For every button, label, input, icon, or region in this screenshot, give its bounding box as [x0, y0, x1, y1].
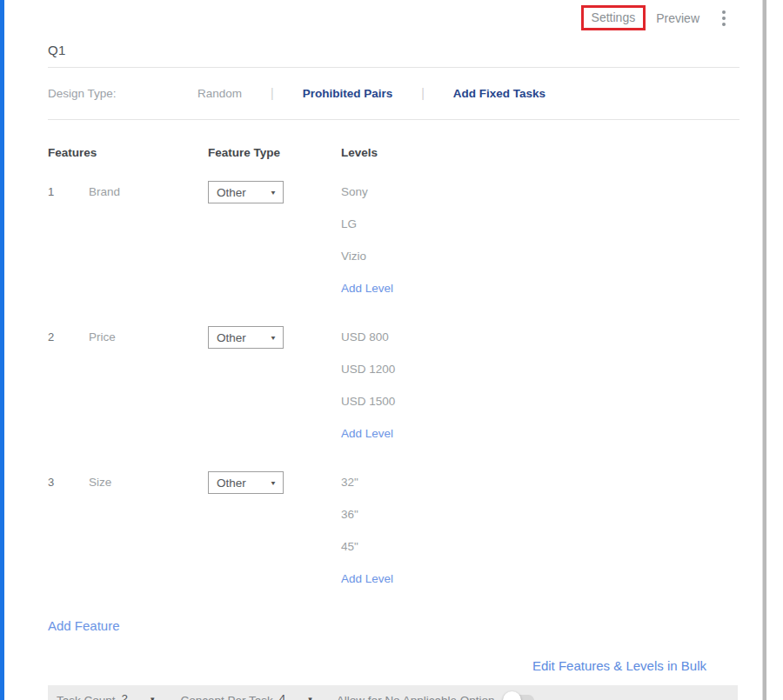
- concept-per-task-select[interactable]: 4 ▾: [279, 692, 312, 700]
- level-item[interactable]: USD 1500: [341, 395, 740, 410]
- level-item[interactable]: LG: [341, 217, 740, 232]
- dropdown-arrow-icon: ▼: [270, 479, 277, 486]
- feature-name[interactable]: Price: [89, 326, 208, 442]
- no-applicable-toggle[interactable]: [505, 695, 534, 700]
- feature-type-value: Other: [217, 331, 246, 344]
- feature-name[interactable]: Size: [89, 471, 208, 587]
- feature-type-value: Other: [217, 477, 246, 490]
- separator: |: [271, 86, 274, 100]
- more-options-icon[interactable]: [719, 7, 729, 30]
- feature-row-brand: 1 Brand Other ▼ Sony LG Vizio Add Level: [48, 181, 740, 297]
- main-content: Settings Preview Q1 Design Type: Random …: [48, 0, 740, 700]
- feature-number: 2: [48, 326, 89, 442]
- caret-down-icon: ▾: [308, 695, 312, 700]
- design-type-row: Design Type: Random | Prohibited Pairs |…: [48, 68, 740, 119]
- feature-number: 3: [48, 471, 89, 587]
- feature-type-select[interactable]: Other ▼: [208, 326, 284, 349]
- top-toolbar: Settings Preview: [48, 0, 740, 30]
- feature-row-size: 3 Size Other ▼ 32" 36" 45" Add Level: [48, 471, 740, 587]
- add-level-link[interactable]: Add Level: [341, 282, 740, 297]
- feature-row-price: 2 Price Other ▼ USD 800 USD 1200 USD 150…: [48, 326, 740, 442]
- design-type-option-prohibited-pairs[interactable]: Prohibited Pairs: [303, 87, 393, 100]
- bulk-edit-row: Edit Features & Levels in Bulk: [48, 658, 740, 674]
- feature-type-select[interactable]: Other ▼: [208, 471, 284, 494]
- add-level-link[interactable]: Add Level: [341, 572, 740, 587]
- task-count-label: Task Count: [57, 694, 116, 700]
- preview-button[interactable]: Preview: [656, 11, 699, 25]
- concept-per-task-label: Concept Per Task: [181, 694, 273, 700]
- concept-per-task-value: 4: [279, 692, 286, 700]
- level-item[interactable]: 32": [341, 476, 740, 490]
- add-level-link[interactable]: Add Level: [341, 427, 740, 442]
- toggle-knob: [503, 691, 521, 700]
- add-feature-link[interactable]: Add Feature: [48, 618, 740, 633]
- left-accent-bar: [0, 0, 4, 700]
- divider: [48, 119, 740, 120]
- features-column-header: Features: [48, 146, 208, 159]
- feature-number: 1: [48, 181, 89, 297]
- edit-features-levels-bulk-link[interactable]: Edit Features & Levels in Bulk: [532, 658, 706, 673]
- level-item[interactable]: USD 1200: [341, 363, 740, 377]
- design-type-label: Design Type:: [48, 87, 147, 100]
- caret-down-icon: ▾: [151, 695, 155, 700]
- level-item[interactable]: USD 800: [341, 330, 740, 345]
- design-type-option-random[interactable]: Random: [197, 87, 242, 100]
- design-type-option-add-fixed-tasks[interactable]: Add Fixed Tasks: [453, 87, 545, 100]
- settings-button[interactable]: Settings: [581, 5, 646, 30]
- dot: [722, 17, 726, 20]
- features-table-header: Features Feature Type Levels: [48, 146, 740, 159]
- task-settings-bar: Task Count 2 ▾ Concept Per Task 4 ▾ Allo…: [48, 685, 738, 700]
- feature-type-value: Other: [217, 186, 246, 199]
- dropdown-arrow-icon: ▼: [270, 334, 277, 341]
- level-item[interactable]: 36": [341, 508, 740, 523]
- levels-column-header: Levels: [341, 146, 740, 159]
- task-count-value: 2: [122, 692, 129, 700]
- dot: [722, 23, 726, 26]
- task-count-select[interactable]: 2 ▾: [122, 692, 155, 700]
- feature-type-column-header: Feature Type: [208, 146, 341, 159]
- question-title: Q1: [48, 43, 740, 57]
- level-item[interactable]: 45": [341, 540, 740, 555]
- conjoint-design-page: Settings Preview Q1 Design Type: Random …: [0, 0, 783, 700]
- dropdown-arrow-icon: ▼: [270, 189, 277, 196]
- dot: [722, 10, 726, 14]
- feature-name[interactable]: Brand: [89, 181, 208, 297]
- separator: |: [421, 86, 425, 100]
- level-item[interactable]: Sony: [341, 185, 740, 200]
- no-applicable-option-label: Allow for No Applicable Option: [337, 694, 495, 700]
- level-item[interactable]: Vizio: [341, 250, 740, 264]
- scrollbar-track[interactable]: [762, 0, 766, 700]
- feature-type-select[interactable]: Other ▼: [208, 181, 284, 203]
